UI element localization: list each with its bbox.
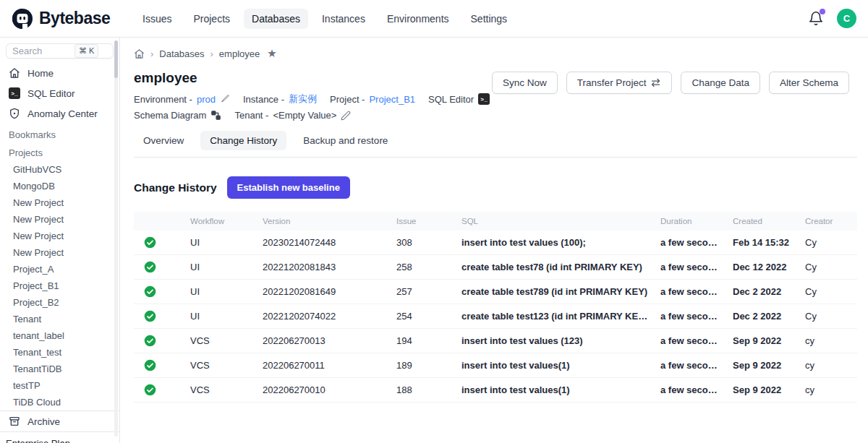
nav-item-issues[interactable]: Issues xyxy=(135,9,179,29)
main-nav: Issues Projects Databases Instances Envi… xyxy=(135,9,808,29)
transfer-project-button[interactable]: Transfer Project xyxy=(566,72,673,94)
notification-bell-icon[interactable] xyxy=(808,11,824,27)
column-header: Workflow xyxy=(184,212,257,231)
sidebar-project-item[interactable]: New Project xyxy=(0,211,119,228)
sql-cell: create table test123 (id int PRIMARY KEY… xyxy=(456,304,655,329)
meta-label: Schema Diagram xyxy=(134,110,206,121)
issue-link[interactable]: 258 xyxy=(391,255,456,280)
notification-dot xyxy=(820,9,825,14)
main-content: › Databases › employee ★ employee Enviro… xyxy=(120,38,868,443)
sidebar-item-archive[interactable]: Archive xyxy=(0,411,119,431)
sidebar-scrollbar[interactable] xyxy=(114,40,118,436)
version-cell: 20230214072448 xyxy=(257,231,391,255)
sync-now-button[interactable]: Sync Now xyxy=(492,72,558,94)
meta-instance: Instance - 新实例 xyxy=(243,93,317,106)
sidebar-item-sql-editor[interactable]: >_ SQL Editor xyxy=(0,83,119,103)
sidebar-scrollbar-thumb[interactable] xyxy=(114,40,118,78)
table-row[interactable]: UI 20221202081843 258 create table test7… xyxy=(134,255,857,280)
nav-item-environments[interactable]: Environments xyxy=(379,9,457,29)
tab-change-history[interactable]: Change History xyxy=(200,131,286,150)
nav-item-settings[interactable]: Settings xyxy=(463,9,516,29)
table-row[interactable]: VCS 202206270010 188 insert into test va… xyxy=(134,378,857,403)
sidebar-project-item[interactable]: tenant_label xyxy=(0,327,119,344)
workflow-cell: UI xyxy=(184,280,257,304)
bytebase-logo-icon xyxy=(12,8,33,30)
issue-link[interactable]: 194 xyxy=(391,329,456,353)
projects-section-label: Projects xyxy=(0,142,119,160)
section-title: Change History xyxy=(134,181,217,194)
version-cell: 202206270011 xyxy=(257,353,391,378)
issue-link[interactable]: 188 xyxy=(391,378,456,403)
instance-link[interactable]: 新实例 xyxy=(289,93,317,106)
sidebar-project-item[interactable]: Project_B2 xyxy=(0,294,119,311)
sidebar-item-home[interactable]: Home xyxy=(0,63,119,83)
establish-baseline-button[interactable]: Establish new baseline xyxy=(227,176,350,199)
sidebar-project-item[interactable]: Project_A xyxy=(0,261,119,278)
terminal-icon: >_ xyxy=(9,87,20,99)
archive-icon xyxy=(9,416,20,427)
home-breadcrumb-icon[interactable] xyxy=(134,48,145,59)
table-row[interactable]: VCS 202206270013 194 insert into test va… xyxy=(134,329,857,353)
project-link[interactable]: Project_B1 xyxy=(369,94,415,105)
table-row[interactable]: UI 20230214072448 308 insert into test v… xyxy=(134,231,857,255)
sidebar-project-item[interactable]: Tenant_test xyxy=(0,344,119,361)
sidebar-project-item[interactable]: GitHubVCS xyxy=(0,161,119,178)
creator-cell: Cy xyxy=(799,304,857,329)
table-row[interactable]: VCS 202206270011 189 insert into test va… xyxy=(134,353,857,378)
issue-link[interactable]: 308 xyxy=(391,231,456,255)
table-row[interactable]: UI 20221202074022 254 create table test1… xyxy=(134,304,857,329)
workflow-cell: UI xyxy=(184,255,257,280)
sidebar-project-item[interactable]: Project_B1 xyxy=(0,278,119,294)
success-check-icon xyxy=(144,384,156,396)
sidebar-project-item[interactable]: TenantTiDB xyxy=(0,361,119,377)
version-cell: 20221202081843 xyxy=(257,255,391,280)
user-avatar[interactable]: C xyxy=(837,9,856,28)
brand[interactable]: Bytebase xyxy=(12,8,130,30)
nav-item-instances[interactable]: Instances xyxy=(314,9,373,29)
sidebar-item-anomaly-center[interactable]: Anomaly Center xyxy=(0,103,119,124)
meta-label: Instance - xyxy=(243,94,284,105)
environment-link[interactable]: prod xyxy=(197,94,216,105)
search-input[interactable] xyxy=(12,46,75,56)
sidebar-item-label: Home xyxy=(27,68,54,79)
version-cell: 202206270013 xyxy=(257,329,391,353)
issue-link[interactable]: 254 xyxy=(391,304,456,329)
success-check-icon xyxy=(144,335,156,347)
alter-schema-button[interactable]: Alter Schema xyxy=(769,72,849,94)
meta-schema-diagram[interactable]: Schema Diagram xyxy=(134,110,221,121)
nav-item-databases[interactable]: Databases xyxy=(244,9,308,29)
change-data-button[interactable]: Change Data xyxy=(681,72,760,94)
nav-item-projects[interactable]: Projects xyxy=(185,9,238,29)
sidebar-project-item[interactable]: MongoDB xyxy=(0,178,119,194)
sql-cell: insert into test values(1) xyxy=(456,378,655,403)
sidebar-project-item[interactable]: Tenant xyxy=(0,311,119,327)
sidebar-item-label: SQL Editor xyxy=(27,88,75,99)
tab-backup-and-restore[interactable]: Backup and restore xyxy=(294,131,397,150)
issue-link[interactable]: 189 xyxy=(391,353,456,378)
pencil-edit-icon[interactable] xyxy=(341,111,351,121)
meta-sql-editor[interactable]: SQL Editor >_ xyxy=(428,93,490,105)
workflow-cell: UI xyxy=(184,304,257,329)
duration-cell: a few seconds xyxy=(655,255,727,280)
sidebar-project-item[interactable]: New Project xyxy=(0,228,119,244)
page-title: employee xyxy=(134,70,492,86)
success-check-icon xyxy=(144,236,156,249)
search-box[interactable]: ⌘ K xyxy=(6,43,114,59)
table-row[interactable]: UI 20221202081649 257 create table test7… xyxy=(134,280,857,304)
issue-link[interactable]: 257 xyxy=(391,280,456,304)
meta-label: SQL Editor xyxy=(428,94,474,105)
creator-cell: cy xyxy=(799,378,857,403)
breadcrumb-item-databases[interactable]: Databases xyxy=(159,48,204,59)
created-cell: Dec 2 2022 xyxy=(727,280,799,304)
bookmark-star-icon[interactable]: ★ xyxy=(267,47,276,60)
sidebar-project-item[interactable]: testTP xyxy=(0,377,119,394)
column-header: Creator xyxy=(799,212,857,231)
tab-overview[interactable]: Overview xyxy=(134,131,193,150)
status-column-header xyxy=(134,212,184,231)
sidebar-project-item[interactable]: New Project xyxy=(0,194,119,211)
duration-cell: a few seconds xyxy=(655,231,727,255)
breadcrumb-item-employee[interactable]: employee xyxy=(219,48,260,59)
version-cell: 20221202074022 xyxy=(257,304,391,329)
sidebar-project-item[interactable]: New Project xyxy=(0,244,119,261)
sidebar-project-item[interactable]: TiDB Cloud xyxy=(0,394,119,410)
